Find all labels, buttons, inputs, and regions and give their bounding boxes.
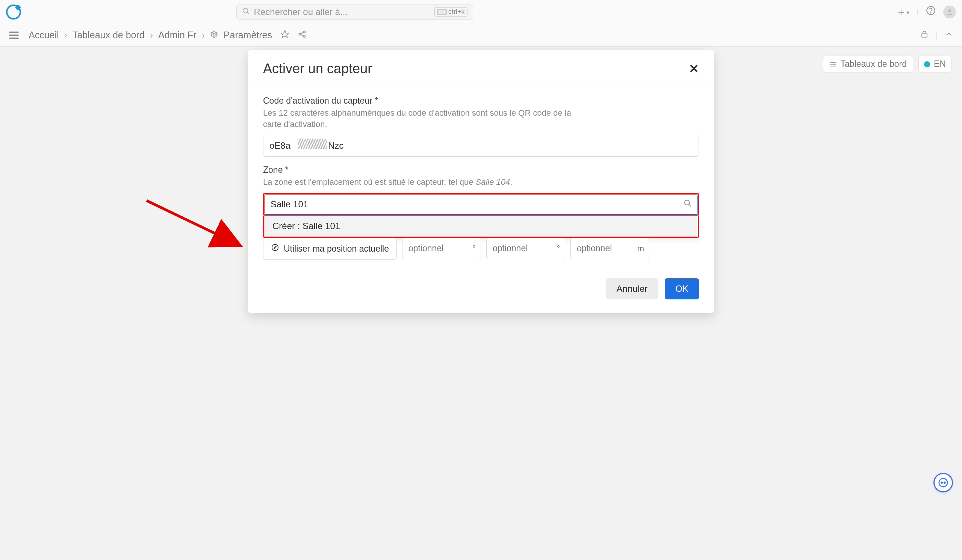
- activate-sensor-modal: Activer un capteur ✕ Code d'activation d…: [248, 50, 714, 313]
- crumb-settings[interactable]: Paramètres: [224, 30, 272, 40]
- latitude-input[interactable]: [402, 238, 481, 259]
- keyboard-icon: ⌨: [437, 9, 447, 15]
- activation-code-input[interactable]: oE8aMMMMMNzc: [263, 135, 699, 157]
- topbar: Rechercher ou aller à... ⌨ ctrl+k ＋▾ |: [0, 0, 962, 24]
- svg-line-16: [147, 201, 240, 246]
- svg-rect-12: [922, 34, 927, 37]
- svg-point-23: [944, 482, 946, 483]
- chevron-right-icon: ›: [202, 30, 205, 40]
- share-icon[interactable]: [298, 30, 307, 41]
- page-toolbar: Tableaux de bord EN: [823, 56, 951, 72]
- longitude-input[interactable]: [486, 238, 565, 259]
- lock-icon[interactable]: [920, 30, 929, 41]
- zone-input[interactable]: [264, 194, 698, 214]
- gear-icon: [210, 30, 218, 40]
- search-placeholder: Rechercher ou aller à...: [254, 7, 348, 17]
- breadcrumb-bar: Accueil › Tableaux de bord › Admin Fr › …: [0, 24, 962, 47]
- chat-icon: [938, 477, 949, 488]
- code-label: Code d'activation du capteur *: [263, 96, 699, 106]
- redaction-mask: [298, 138, 327, 149]
- star-icon[interactable]: [280, 30, 289, 41]
- annotation-arrow: [143, 197, 248, 261]
- collapse-icon[interactable]: [945, 30, 953, 40]
- altitude-unit: m: [638, 244, 644, 254]
- zone-hint: La zone est l'emplacement où est situé l…: [263, 177, 571, 188]
- crumb-dashboards[interactable]: Tableaux de bord: [73, 30, 145, 40]
- app-logo[interactable]: [6, 5, 21, 19]
- svg-marker-6: [281, 31, 289, 37]
- topbar-actions: ＋▾ |: [896, 5, 956, 19]
- zone-label: Zone *: [263, 165, 699, 175]
- svg-line-10: [301, 32, 303, 34]
- svg-point-19: [272, 245, 278, 251]
- menu-icon[interactable]: [9, 32, 19, 39]
- chat-fab[interactable]: [933, 473, 953, 492]
- status-dot-icon: [924, 61, 930, 67]
- zone-combobox[interactable]: [263, 193, 699, 216]
- avatar[interactable]: [943, 6, 956, 18]
- language-label: EN: [934, 59, 946, 69]
- svg-point-0: [243, 8, 248, 13]
- latitude-unit: °: [472, 244, 476, 254]
- add-icon[interactable]: ＋▾: [896, 5, 909, 19]
- crumb-home[interactable]: Accueil: [29, 30, 59, 40]
- svg-marker-20: [274, 246, 276, 249]
- modal-title: Activer un capteur: [263, 61, 372, 77]
- chevron-right-icon: ›: [64, 30, 67, 40]
- svg-point-5: [213, 33, 215, 35]
- svg-point-17: [685, 200, 689, 205]
- search-shortcut: ⌨ ctrl+k: [434, 7, 468, 16]
- page-body: Tableaux de bord EN Activer un capteur ✕…: [0, 47, 962, 560]
- svg-line-1: [247, 12, 249, 14]
- dashboards-label: Tableaux de bord: [841, 59, 907, 69]
- dashboards-button[interactable]: Tableaux de bord: [823, 56, 913, 72]
- use-location-label: Utiliser ma position actuelle: [284, 244, 389, 254]
- zone-create-option[interactable]: Créer : Salle 101: [264, 216, 698, 237]
- ok-button[interactable]: OK: [665, 278, 699, 299]
- search-icon: [242, 7, 250, 17]
- help-icon[interactable]: [926, 6, 936, 18]
- svg-line-18: [689, 204, 691, 207]
- compass-icon: [271, 243, 279, 254]
- search-icon: [684, 199, 692, 209]
- cancel-button[interactable]: Annuler: [606, 278, 659, 299]
- zone-dropdown: Créer : Salle 101: [263, 216, 699, 238]
- use-my-location-button[interactable]: Utiliser ma position actuelle: [263, 238, 397, 259]
- svg-line-11: [301, 35, 303, 36]
- svg-point-22: [941, 482, 943, 483]
- language-toggle[interactable]: EN: [918, 56, 951, 72]
- longitude-unit: °: [557, 244, 560, 254]
- svg-point-4: [948, 9, 951, 12]
- svg-point-3: [930, 13, 931, 13]
- close-icon[interactable]: ✕: [689, 61, 699, 76]
- global-search[interactable]: Rechercher ou aller à... ⌨ ctrl+k: [236, 5, 473, 19]
- code-hint: Les 12 caractères alphanumériques du cod…: [263, 108, 571, 130]
- chevron-right-icon: ›: [150, 30, 153, 40]
- svg-point-21: [939, 478, 948, 487]
- crumb-admin[interactable]: Admin Fr: [158, 30, 196, 40]
